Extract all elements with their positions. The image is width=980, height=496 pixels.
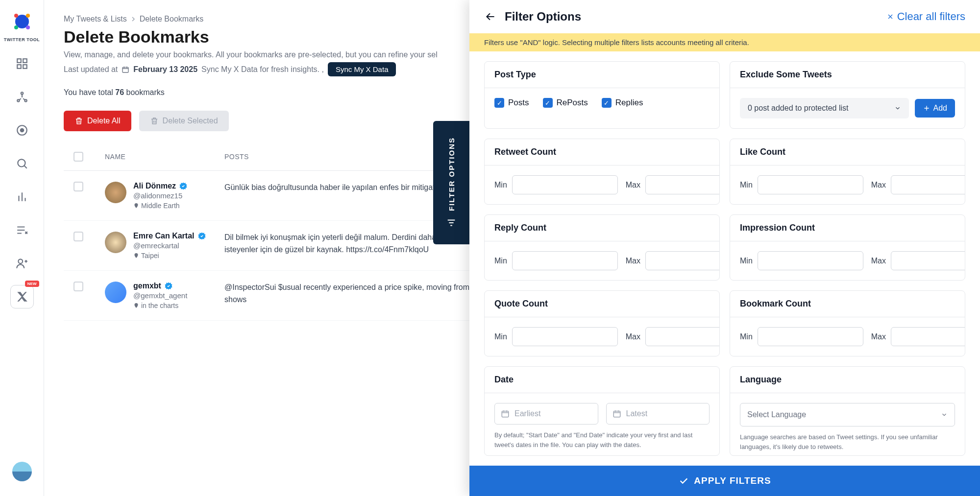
app-name: TWITTER TOOL (4, 37, 40, 42)
sync-note: Sync My X Data for fresh insights. , (201, 65, 324, 74)
impression-count-card: Impression Count Min Max (730, 214, 965, 281)
nav-target[interactable] (10, 118, 34, 142)
bookmark-min-input[interactable] (758, 327, 863, 346)
nav-dashboard[interactable] (10, 52, 34, 75)
quote-min-input[interactable] (512, 327, 618, 346)
reply-count-card: Reply Count Min Max (484, 214, 720, 281)
replies-checkbox[interactable]: ✓Replies (602, 98, 643, 108)
posts-checkbox[interactable]: ✓Posts (494, 98, 529, 108)
svg-point-1 (14, 14, 18, 18)
nav-users[interactable] (10, 252, 34, 275)
earliest-date-input[interactable]: Earliest (494, 403, 598, 425)
col-name: NAME (105, 153, 224, 161)
updated-prefix: Last updated at (64, 65, 118, 74)
like-max-input[interactable] (891, 175, 965, 194)
filter-icon (446, 217, 457, 228)
verified-icon (197, 232, 206, 240)
svg-rect-7 (17, 65, 21, 69)
avatar[interactable] (105, 182, 126, 203)
calendar-icon (501, 409, 510, 418)
svg-point-9 (21, 92, 23, 94)
nav-x-app[interactable]: NEW (10, 285, 34, 308)
bookmark-count-card: Bookmark Count Min Max (730, 290, 965, 356)
svg-rect-8 (23, 65, 27, 69)
row-checkbox[interactable] (74, 182, 83, 191)
user-avatar[interactable] (12, 462, 32, 481)
trash-icon (74, 117, 83, 125)
nav-analytics[interactable] (10, 185, 34, 209)
avatar[interactable] (105, 282, 126, 303)
delete-all-button[interactable]: Delete All (64, 111, 131, 131)
delete-selected-button[interactable]: Delete Selected (139, 111, 229, 131)
reply-min-input[interactable] (512, 251, 618, 270)
svg-rect-17 (502, 411, 509, 417)
filter-panel: Filter Options Clear all filters Filters… (469, 0, 980, 496)
location-icon (133, 203, 139, 209)
location-icon (133, 253, 139, 259)
svg-point-2 (26, 14, 30, 18)
app-logo (10, 10, 34, 33)
trash-icon (150, 117, 159, 125)
breadcrumb-item[interactable]: My Tweets & Lists (64, 15, 127, 24)
check-icon (678, 475, 689, 486)
exclude-card: Exclude Some Tweets 0 post added to prot… (730, 61, 965, 129)
avatar[interactable] (105, 232, 126, 253)
impression-max-input[interactable] (891, 251, 965, 270)
like-count-card: Like Count Min Max (730, 139, 965, 205)
new-badge: NEW (25, 281, 39, 287)
panel-title: Filter Options (505, 10, 581, 24)
date-card: Date Earliest Latest By default; "Start … (484, 366, 720, 456)
close-icon (886, 13, 894, 21)
calendar-icon (612, 409, 621, 418)
add-button[interactable]: Add (915, 99, 955, 118)
chevron-right-icon (131, 17, 136, 22)
retweet-count-card: Retweet Count Min Max (484, 139, 720, 205)
filter-options-tab[interactable]: FILTER OPTIONS (433, 121, 469, 244)
like-min-input[interactable] (758, 175, 863, 194)
svg-point-4 (26, 25, 30, 29)
svg-point-14 (18, 159, 25, 166)
svg-point-3 (14, 25, 18, 29)
svg-rect-18 (613, 411, 620, 417)
svg-rect-16 (122, 67, 128, 72)
back-arrow-icon[interactable] (484, 10, 497, 23)
row-checkbox[interactable] (74, 232, 83, 241)
nav-network[interactable] (10, 85, 34, 109)
quote-count-card: Quote Count Min Max (484, 290, 720, 356)
svg-rect-5 (17, 59, 21, 63)
nav-search[interactable] (10, 152, 34, 175)
reply-max-input[interactable] (645, 251, 720, 270)
select-all-checkbox[interactable] (74, 152, 83, 162)
clear-filters-link[interactable]: Clear all filters (886, 10, 965, 23)
plus-icon (923, 104, 931, 112)
svg-point-13 (20, 129, 24, 132)
bookmark-max-input[interactable] (891, 327, 965, 346)
verified-icon (179, 182, 188, 190)
apply-filters-button[interactable]: APPLY FILTERS (469, 466, 980, 496)
language-card: Language Select Language Language search… (730, 366, 965, 456)
protected-list-dropdown[interactable]: 0 post added to protected list (740, 98, 909, 118)
retweet-max-input[interactable] (645, 175, 720, 194)
latest-date-input[interactable]: Latest (606, 403, 710, 425)
chevron-down-icon (894, 105, 901, 112)
verified-icon (164, 282, 173, 290)
row-checkbox[interactable] (74, 282, 83, 291)
calendar-icon (122, 66, 129, 73)
impression-min-input[interactable] (758, 251, 863, 270)
info-banner: Filters use "AND" logic. Selecting multi… (469, 33, 980, 51)
sidebar: TWITTER TOOL NEW (0, 0, 44, 496)
quote-max-input[interactable] (645, 327, 720, 346)
nav-list-remove[interactable] (10, 218, 34, 242)
updated-date: February 13 2025 (133, 65, 197, 74)
language-select[interactable]: Select Language (740, 403, 955, 426)
location-icon (133, 303, 139, 308)
sync-button[interactable]: Sync My X Data (328, 62, 396, 76)
reposts-checkbox[interactable]: ✓RePosts (543, 98, 588, 108)
breadcrumb-item[interactable]: Delete Bookmarks (140, 15, 204, 24)
post-type-card: Post Type ✓Posts ✓RePosts ✓Replies (484, 61, 720, 129)
svg-rect-6 (23, 59, 27, 63)
retweet-min-input[interactable] (512, 175, 618, 194)
chevron-down-icon (941, 411, 948, 418)
svg-point-15 (18, 259, 23, 263)
